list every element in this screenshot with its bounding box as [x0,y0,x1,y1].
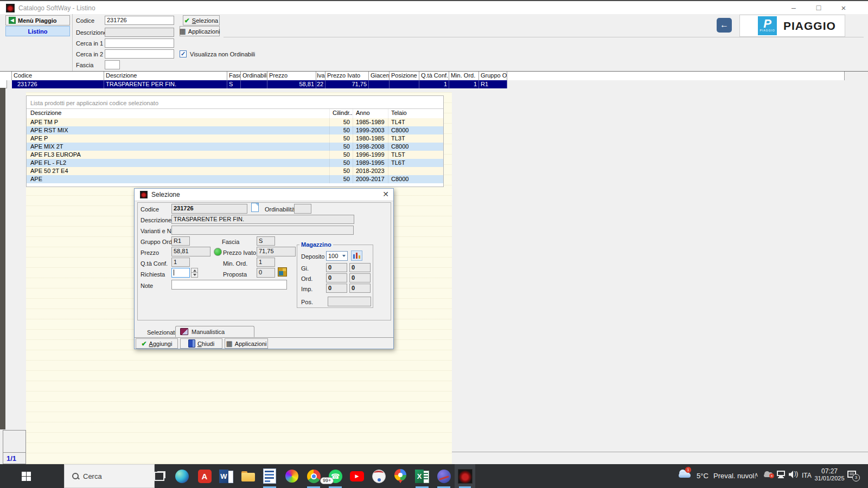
taskbar-whatsapp[interactable]: ☎ 99+ [324,464,346,488]
taskbar-search[interactable]: Cerca [64,464,155,488]
taskbar-edge[interactable] [171,464,193,488]
spinner-up-icon[interactable] [191,268,198,273]
sidebar-item-listino[interactable]: Listino [5,26,70,36]
imp-field-2[interactable]: 0 [349,284,371,293]
dlg-minord-field[interactable]: 1 [257,258,275,267]
pos-field[interactable] [328,297,371,306]
close-button[interactable]: × [831,1,856,14]
dlg-prezzo-field[interactable]: 58,81 [171,247,210,256]
codice-label: Codice [76,17,94,24]
row-selector-cell[interactable] [0,80,7,88]
app-row[interactable]: APE 50 2T E4502018-2023 [27,167,443,175]
selected-result-row[interactable]: 231726 TRASPARENTE PER FIN. S 58,81 22 7… [12,80,507,88]
weather-temp[interactable]: 5°C [697,472,709,480]
minimize-button[interactable]: – [781,1,806,14]
dlg-gruppo-field[interactable]: R1 [171,236,190,246]
dlg-codice-field[interactable]: 231726 [171,204,247,214]
ord-field-1[interactable]: 0 [326,273,347,282]
fascia-label: Fascia [76,62,93,68]
app-row[interactable]: APE502009-2017C8000 [27,175,443,183]
col-app-telaio: Telaio [388,109,421,118]
gi-field-1[interactable]: 0 [326,263,347,272]
windows-logo-icon [22,472,31,481]
cell-prezzo: 58,81 [267,80,316,88]
dlg-qta-field[interactable]: 1 [171,258,190,267]
dlg-fascia-field[interactable]: S [257,236,275,246]
dlg-descrizione-field[interactable]: TRASPARENTE PER FIN. [171,215,354,224]
maximize-button[interactable]: □ [806,1,831,14]
dlg-note-field[interactable] [171,280,287,290]
taskbar-maps[interactable] [390,464,411,488]
cell-iva: 22 [316,80,326,88]
network-icon[interactable] [777,471,786,479]
dlg-qta-label: Q.tà Conf. [141,260,168,267]
codice-input[interactable]: 231726 [105,16,174,25]
taskbar-excel[interactable]: X [411,464,433,488]
chiudi-button[interactable]: Chiudi [180,338,222,349]
cerca2-input[interactable] [105,49,174,59]
clock[interactable]: 07:27 31/01/2025 [814,467,845,485]
taskbar-catalog-app[interactable] [259,464,280,488]
app-row[interactable]: APE FL - FL2501989-1995TL6T [27,159,443,167]
volume-icon[interactable]: ) ) [789,471,799,478]
taskbar-acrobat[interactable]: A [194,464,215,488]
imp-field-1[interactable]: 0 [326,284,347,293]
gi-field-2[interactable]: 0 [349,263,371,272]
dlg-ordinabilita-field[interactable] [294,204,311,214]
dlg-proposta-label: Proposta [223,271,247,278]
taskbar-globe-app[interactable] [433,464,455,488]
taskbar-craft-app[interactable] [368,464,390,488]
seleziona-button[interactable]: ✔ Seleziona [183,15,220,25]
task-view-button[interactable] [148,464,170,488]
app-row[interactable]: APE MIX 2T501998-2008C8000 [27,143,443,151]
check-icon: ✔ [142,341,147,347]
app-row[interactable]: APE TM P501985-1989TL4T [27,118,443,126]
menu-piaggio-button[interactable]: ◀ Menù Piaggio [5,15,70,25]
dlg-ivato-field[interactable]: 71,75 [257,247,296,256]
richiesta-spinner[interactable] [191,268,198,278]
taskbar-file-explorer[interactable] [237,464,259,488]
taskbar-photos[interactable] [281,464,303,488]
ord-field-2[interactable]: 0 [349,273,371,282]
dlg-richiesta-field[interactable] [171,268,190,278]
cell-ordinabilita [241,80,267,88]
dlg-proposta-field[interactable]: 0 [257,268,275,278]
chrome-icon [307,470,321,483]
taskbar-youtube[interactable]: ▶ [346,464,368,488]
visualizza-checkbox[interactable]: ✓ [180,50,187,57]
dialog-applicazioni-button[interactable]: ▦ Applicazioni [225,338,268,349]
start-button[interactable] [13,464,39,488]
weather-icon[interactable]: 1 [678,470,692,479]
spinner-down-icon[interactable] [191,273,198,278]
document-icon[interactable] [251,203,259,212]
fascia-input[interactable] [105,60,120,69]
onedrive-icon[interactable]: × [764,471,775,478]
app-row[interactable]: APE P501980-1985TL3T [27,134,443,143]
dialog-close-icon[interactable]: ✕ [382,190,389,198]
nav-divider [72,14,73,71]
app-row[interactable]: APE RST MIX501999-2003C8000 [27,126,443,134]
piaggio-small: PIAGGIO [758,29,777,32]
tray-chevron-icon[interactable]: ∧ [754,471,758,478]
tab-manualistica[interactable]: Manualistica [175,326,254,337]
aggiungi-button[interactable]: ✔ Aggiungi [136,338,178,349]
package-icon[interactable] [278,267,287,277]
stock-chart-icon[interactable] [351,251,362,261]
taskbar-softway-active[interactable] [455,464,475,488]
applications-panel: Lista prodotti per applicazioni codice s… [26,95,444,187]
notification-center-icon[interactable]: 3 [847,471,858,479]
close-book-icon [188,339,195,348]
applicazioni-button[interactable]: ▦ Applicazioni [180,26,220,36]
deposito-dropdown[interactable]: 100 [326,251,348,261]
weather-condition[interactable]: Preval. nuvol. [713,472,756,480]
descrizione-input[interactable] [105,28,174,37]
taskbar-chrome[interactable] [303,464,324,488]
back-arrow-button[interactable]: ← [717,18,732,33]
tab-selezionato[interactable]: Selezionato [147,329,178,336]
chevron-down-icon [342,255,346,257]
cerca1-input[interactable] [105,38,174,48]
app-row[interactable]: APE FL3 EUROPA501996-1999TL5T [27,151,443,159]
taskbar-word[interactable]: W [215,464,237,488]
dlg-varianti-field[interactable] [171,226,354,235]
language-indicator[interactable]: ITA [802,472,812,479]
